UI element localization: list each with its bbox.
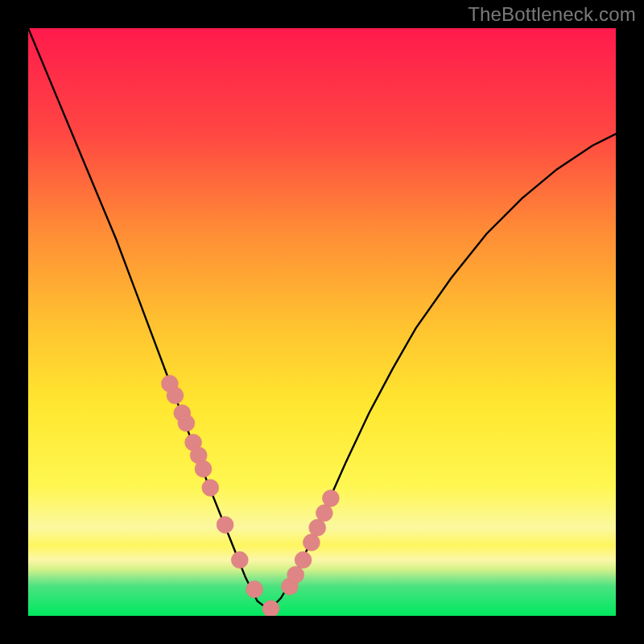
sample-point: [217, 516, 233, 533]
sample-point: [202, 479, 219, 496]
sample-point: [231, 551, 248, 568]
sample-point: [167, 387, 184, 404]
sample-point: [322, 490, 339, 507]
watermark-label: TheBottleneck.com: [468, 3, 636, 26]
bottleneck-chart: [0, 0, 644, 644]
sample-point: [309, 519, 326, 536]
sample-point: [262, 601, 279, 617]
sample-point: [316, 505, 332, 522]
sample-point: [178, 415, 195, 431]
sample-point: [303, 534, 320, 551]
sample-point: [295, 551, 312, 568]
sample-point: [287, 566, 304, 583]
sample-point: [246, 581, 263, 598]
sample-point: [195, 460, 212, 477]
